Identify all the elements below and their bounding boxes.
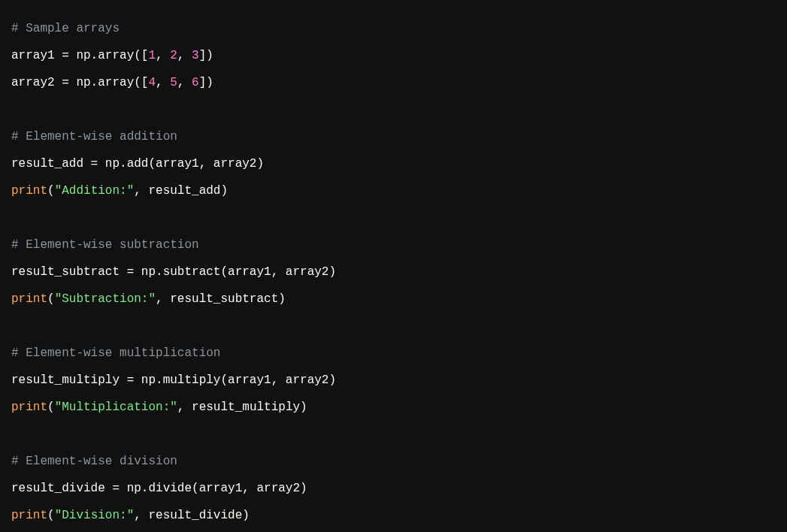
token-builtin: print	[11, 509, 47, 522]
code-line: print("Addition:", result_add)	[11, 177, 776, 204]
code-block[interactable]: # Sample arraysarray1 = np.array([1, 2, …	[11, 15, 776, 529]
token-default: ,	[156, 49, 170, 62]
token-default: ,	[177, 49, 192, 62]
token-default: (	[47, 292, 55, 306]
token-default: (	[47, 509, 55, 522]
code-line: array2 = np.array([4, 5, 6])	[11, 69, 776, 96]
token-default: array2 = np.array([	[11, 76, 148, 89]
token-default: ])	[199, 76, 213, 89]
token-number: 2	[170, 49, 177, 62]
blank-line	[11, 421, 776, 448]
token-default: , result_subtract)	[156, 292, 286, 306]
token-number: 3	[192, 49, 199, 62]
code-line: print("Division:", result_divide)	[11, 502, 776, 529]
code-line: result_divide = np.divide(array1, array2…	[11, 475, 776, 502]
code-line: # Element-wise multiplication	[11, 340, 776, 367]
blank-line	[11, 96, 776, 123]
token-comment: # Element-wise addition	[11, 130, 177, 144]
token-number: 1	[148, 49, 156, 62]
token-string: "Multiplication:"	[55, 401, 177, 414]
token-comment: # Element-wise multiplication	[11, 346, 220, 360]
code-line: # Element-wise addition	[11, 123, 776, 150]
token-default: , result_divide)	[134, 509, 250, 522]
code-line: result_multiply = np.multiply(array1, ar…	[11, 367, 776, 394]
token-builtin: print	[11, 292, 47, 306]
code-line: # Element-wise division	[11, 448, 776, 475]
token-string: "Addition:"	[55, 184, 135, 198]
token-string: "Subtraction:"	[55, 292, 156, 306]
token-default: result_divide = np.divide(array1, array2…	[11, 482, 307, 495]
token-comment: # Element-wise subtraction	[11, 238, 199, 252]
token-default: result_multiply = np.multiply(array1, ar…	[11, 373, 336, 387]
token-default: ,	[156, 76, 170, 89]
token-default: (	[47, 184, 55, 198]
token-default: , result_multiply)	[177, 401, 307, 414]
token-number: 5	[170, 76, 177, 89]
token-default: ,	[177, 76, 192, 89]
token-default: ])	[199, 49, 213, 62]
blank-line	[11, 313, 776, 340]
token-string: "Division:"	[55, 509, 135, 522]
code-line: # Sample arrays	[11, 15, 776, 42]
token-default: result_subtract = np.subtract(array1, ar…	[11, 265, 336, 279]
code-line: array1 = np.array([1, 2, 3])	[11, 42, 776, 69]
code-line: # Element-wise subtraction	[11, 231, 776, 258]
token-number: 6	[192, 76, 199, 89]
code-line: print("Subtraction:", result_subtract)	[11, 286, 776, 313]
token-comment: # Sample arrays	[11, 22, 120, 35]
token-default: , result_add)	[134, 184, 228, 198]
code-line: result_add = np.add(array1, array2)	[11, 150, 776, 177]
token-default: array1 = np.array([	[11, 49, 148, 62]
token-number: 4	[148, 76, 156, 89]
token-comment: # Element-wise division	[11, 455, 177, 468]
token-default: result_add = np.add(array1, array2)	[11, 157, 264, 171]
token-builtin: print	[11, 401, 47, 414]
blank-line	[11, 204, 776, 231]
code-line: result_subtract = np.subtract(array1, ar…	[11, 258, 776, 286]
code-line: print("Multiplication:", result_multiply…	[11, 394, 776, 421]
token-builtin: print	[11, 184, 47, 198]
token-default: (	[47, 401, 55, 414]
